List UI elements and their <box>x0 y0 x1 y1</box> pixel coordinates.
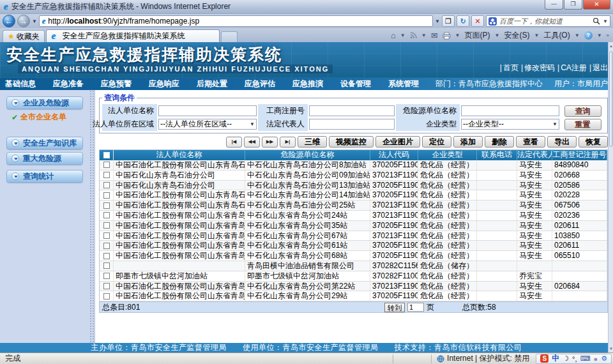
row-checkbox[interactable] <box>103 243 110 249</box>
toolbar-button[interactable]: 三维 <box>298 136 327 148</box>
favorites-button[interactable]: ★ 收藏夹 <box>3 30 45 42</box>
table-row[interactable]: 即墨市七级镇中岔河加油站 即墨市七级镇中岔河加油站 370282F110063 … <box>100 271 607 282</box>
maximize-button[interactable]: ❐ <box>564 0 582 10</box>
row-checkbox[interactable] <box>103 262 110 269</box>
select-all-checkbox[interactable] <box>103 152 110 158</box>
header-link[interactable]: 修改密码 <box>518 63 555 73</box>
hazard-name-input[interactable] <box>461 105 559 116</box>
toolbar-button[interactable]: 添加 <box>453 136 483 148</box>
toolbar-button[interactable]: 删除 <box>485 136 514 148</box>
sidebar-group-enterprise-hazard[interactable]: 企业及危险源 <box>6 96 83 109</box>
overflow-icon[interactable]: » <box>607 33 609 38</box>
toolbar-button[interactable]: 恢复 <box>579 136 608 148</box>
row-checkbox[interactable] <box>103 202 110 209</box>
scroll-up-icon[interactable]: ▲ <box>609 42 613 50</box>
refresh-button[interactable]: ↻ <box>457 15 469 27</box>
table-row[interactable]: 中国石油化工股份有限公司山东省青岛分公司 中石化山东省青岛分公司第22站 370… <box>100 282 607 292</box>
stop-button[interactable]: ✕ <box>471 15 484 27</box>
table-row[interactable]: 中国石油化工股份有限公司山东青岛石油分公司 中石化山东青岛石油分公司8加油站 3… <box>100 160 607 171</box>
enterprise-type-select[interactable]: --企业类型-- ▼ <box>461 119 559 130</box>
sogou-icon[interactable]: S <box>540 354 549 363</box>
table-row[interactable]: 中国石油化工股份有限公司山东省青岛分公司 中石化山东省青岛分公司24站 3702… <box>100 211 607 221</box>
settings-wrench-icon[interactable]: ⚙ <box>601 354 607 363</box>
nav-item[interactable]: 应急推演 <box>292 79 323 89</box>
goto-page-button[interactable]: 转到 <box>384 303 405 312</box>
mail-icon[interactable]: ✉ <box>431 31 438 40</box>
page-menu-dropdown-icon[interactable]: ▼ <box>495 33 500 38</box>
safety-menu-dropdown-icon[interactable]: ▼ <box>534 33 539 38</box>
table-row[interactable]: 中国石油化工股份有限公司山东青岛石油分公司 中石化山东青岛石油分公司25站 37… <box>100 201 607 211</box>
pager-button[interactable]: ◀◀ <box>244 137 260 148</box>
row-checkbox[interactable] <box>103 212 110 218</box>
nav-item[interactable]: 应急评估 <box>245 79 275 89</box>
soft-keyboard-icon[interactable]: ⌨ <box>580 354 591 363</box>
pager-button[interactable]: ▶| <box>280 137 296 148</box>
nav-item[interactable]: 应急响应 <box>149 79 179 89</box>
back-button[interactable]: ← <box>3 15 15 27</box>
page-number-input[interactable] <box>407 303 424 312</box>
reset-button[interactable]: 重置 <box>564 119 602 130</box>
sidebar-item-city-enterprise-list[interactable]: ✔ 全市企业名单 <box>11 112 89 123</box>
home-icon[interactable]: ⌂ <box>391 31 396 40</box>
row-checkbox[interactable] <box>103 192 110 199</box>
page-menu[interactable]: 页面(P) <box>465 30 490 41</box>
header-link[interactable]: CA注册 <box>555 63 587 73</box>
search-dropdown-icon[interactable]: ▼ <box>603 19 608 24</box>
nav-item[interactable]: 基础信息 <box>5 79 36 89</box>
table-row[interactable]: 中国石油化工股份有限公司山东青岛石油分公司 中石化山东青岛石油分公司14加油站 … <box>100 190 607 201</box>
search-box[interactable]: 百度一下，你就知道 ▼ <box>486 15 610 27</box>
print-icon[interactable] <box>443 32 451 40</box>
vertical-scrollbar[interactable]: ▲ ▼ <box>608 42 613 353</box>
table-row[interactable]: 中国石油化工股份有限公司山东省青岛分公司 中石化山东省青岛分公司67站 3702… <box>100 231 607 241</box>
magnifier-icon[interactable] <box>593 17 600 25</box>
help-icon[interactable]: ? <box>584 31 593 40</box>
sidebar-group-query-statistics[interactable]: 查询统计 <box>6 170 83 183</box>
sidebar-group-major-hazards[interactable]: 重大危险源 <box>6 152 83 165</box>
search-button[interactable]: 查询 <box>564 105 602 117</box>
punctuation-mode-icon[interactable]: °, <box>572 355 577 363</box>
nav-item[interactable]: 设备管理 <box>340 79 371 89</box>
row-checkbox[interactable] <box>103 222 110 229</box>
minimize-button[interactable]: — <box>545 0 563 10</box>
nav-item[interactable]: 系统管理 <box>388 79 419 89</box>
row-checkbox[interactable] <box>103 162 110 168</box>
close-button[interactable]: ✕ <box>583 0 610 10</box>
pager-button[interactable]: |◀ <box>226 137 242 148</box>
toolbar-button[interactable]: 视频监控 <box>329 136 374 148</box>
help-dropdown-icon[interactable]: ▼ <box>597 33 602 38</box>
header-link[interactable]: 首页 <box>497 63 518 73</box>
home-dropdown-icon[interactable]: ▼ <box>400 33 405 38</box>
feeds-dropdown-icon[interactable]: ▼ <box>421 33 427 38</box>
header-link[interactable]: 退出 <box>587 63 608 73</box>
compatibility-view-button[interactable]: ❐ <box>442 15 455 27</box>
row-checkbox[interactable] <box>103 253 110 259</box>
feeds-icon[interactable] <box>410 32 417 39</box>
url-dropdown-icon[interactable]: ▼ <box>435 19 440 24</box>
table-row[interactable]: 中国石油化工股份有限公司山东省青岛分公司 中石化山东省青岛分公司61站 3702… <box>100 241 607 251</box>
toolbar-button[interactable]: 查看 <box>516 136 545 148</box>
toolbar-button[interactable]: 导出 <box>547 136 577 148</box>
new-tab-button[interactable] <box>221 31 238 42</box>
safety-menu[interactable]: 安全(S) <box>504 30 529 41</box>
row-checkbox[interactable] <box>103 232 110 239</box>
legal-rep-input[interactable] <box>309 119 395 130</box>
scroll-down-icon[interactable]: ▼ <box>609 345 613 353</box>
nav-item[interactable]: 应急准备 <box>53 79 84 89</box>
scrollbar-thumb[interactable] <box>609 51 613 147</box>
tools-menu-dropdown-icon[interactable]: ▼ <box>575 33 580 38</box>
toolbar-button[interactable]: 企业图片 <box>375 136 420 148</box>
row-checkbox[interactable] <box>103 293 110 300</box>
toolbar-button[interactable]: 定位 <box>422 136 451 148</box>
table-row[interactable]: 中国石化山东青岛石油分公司 中石化山东青岛石油分公司09加油站 370213F1… <box>100 171 607 181</box>
sidebar-group-knowledge-base[interactable]: 安全生产知识库 <box>6 137 83 149</box>
pager-button[interactable]: ▶▶ <box>262 137 278 148</box>
legal-name-input[interactable] <box>158 105 257 116</box>
region-select[interactable]: --法人单位所在区域-- ▼ <box>158 119 257 130</box>
forward-button[interactable]: → <box>17 15 30 27</box>
nav-item[interactable]: 应急预警 <box>101 79 132 89</box>
fullwidth-mode-icon[interactable]: ☽ <box>563 354 569 363</box>
table-row[interactable]: 中国石油化工股份有限公司山东省青岛分公司 中石化山东省青岛分公司35站 3702… <box>100 221 607 231</box>
row-checkbox[interactable] <box>103 172 110 178</box>
nav-item[interactable]: 后期处置 <box>197 79 227 89</box>
table-row[interactable]: 中国石化山东青岛石油分公司 中石化山东青岛石油分公司13加油站 370205F1… <box>100 181 607 191</box>
